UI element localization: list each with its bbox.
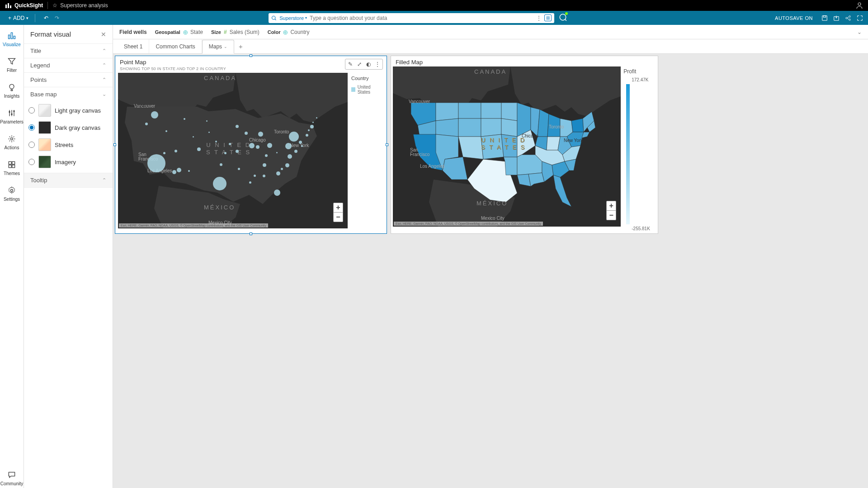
q-refresh-button[interactable] <box>559 13 567 23</box>
resize-handle-bottom[interactable] <box>250 232 252 235</box>
radio-imagery[interactable] <box>28 159 35 165</box>
legend-item[interactable]: United States <box>351 85 381 95</box>
point[interactable] <box>188 170 190 172</box>
zoom-out-button[interactable]: − <box>334 213 343 222</box>
rail-insights[interactable]: Insights <box>0 81 24 100</box>
point[interactable] <box>294 150 297 153</box>
tab-maps[interactable]: Maps⌄ <box>202 40 234 54</box>
point[interactable] <box>175 150 177 152</box>
menu-icon[interactable]: ⋮ <box>373 60 382 68</box>
point[interactable] <box>263 175 265 177</box>
point[interactable] <box>316 117 317 118</box>
dashboard-canvas[interactable]: ✎ ⤢ ◐ ⋮ Point Map SHOWING TOP 50 IN STAT… <box>113 54 868 488</box>
visual-filled-map[interactable]: Filled Map <box>391 56 658 234</box>
point-texas[interactable] <box>213 177 226 190</box>
section-tooltip[interactable]: Tooltip⌃ <box>24 173 113 187</box>
maximize-icon[interactable]: ⤢ <box>355 60 363 68</box>
point[interactable] <box>236 125 239 128</box>
resize-handle-right[interactable] <box>386 143 388 146</box>
field-geospatial[interactable]: Geospatial ◎ State <box>155 29 203 35</box>
app-logo[interactable]: QuickSight <box>5 2 43 9</box>
point[interactable] <box>276 152 278 153</box>
point[interactable] <box>224 152 226 154</box>
resize-handle-top[interactable] <box>250 54 252 57</box>
field-color[interactable]: Color ◎ Country <box>268 29 310 35</box>
section-legend[interactable]: Legend⌃ <box>24 58 113 72</box>
tab-common-charts[interactable]: Common Charts <box>149 39 202 53</box>
point[interactable] <box>236 150 239 153</box>
rail-community[interactable]: Community <box>0 469 24 488</box>
field-wells-bar[interactable]: Field wells Geospatial ◎ State Size # Sa… <box>113 25 868 39</box>
zoom-in-button[interactable]: + <box>334 203 343 213</box>
add-button[interactable]: + ADD ▾ <box>5 13 32 23</box>
point[interactable] <box>306 134 308 137</box>
rail-settings[interactable]: Settings <box>0 184 24 204</box>
point[interactable] <box>285 163 289 167</box>
point[interactable] <box>265 154 268 157</box>
tab-sheet1[interactable]: Sheet 1 <box>118 39 149 53</box>
point[interactable] <box>177 168 181 172</box>
dataset-pill[interactable]: Superstore▾ <box>279 15 307 21</box>
basemap-option-imagery[interactable]: Imagery <box>28 156 108 168</box>
section-basemap[interactable]: Base map⌄ <box>24 87 113 101</box>
point[interactable] <box>193 136 194 137</box>
radio-streets[interactable] <box>28 142 35 148</box>
point-california[interactable] <box>147 154 165 172</box>
redo-button[interactable]: ↷ <box>53 14 61 22</box>
point[interactable] <box>172 170 176 174</box>
basemap-option-light[interactable]: Light gray canvas <box>28 104 108 117</box>
radio-light[interactable] <box>28 107 35 114</box>
add-sheet-button[interactable]: + <box>234 43 247 50</box>
point[interactable] <box>256 145 259 149</box>
point[interactable] <box>310 125 314 128</box>
rail-actions[interactable]: Actions <box>0 133 24 152</box>
map-canvas[interactable]: CANADA U N I T E DS T A T E S MÉXICO Van… <box>118 73 348 228</box>
point[interactable] <box>312 122 314 123</box>
point-pennsylvania[interactable] <box>285 143 292 149</box>
resize-handle-left[interactable] <box>113 143 116 146</box>
rail-visualize[interactable]: Visualize <box>0 29 24 49</box>
point[interactable] <box>197 147 201 151</box>
undo-button[interactable]: ↶ <box>42 14 50 22</box>
point[interactable] <box>299 141 302 144</box>
point[interactable] <box>254 175 256 177</box>
point[interactable] <box>276 171 280 175</box>
point[interactable] <box>206 120 208 122</box>
edit-icon[interactable]: ✎ <box>346 60 354 68</box>
point[interactable] <box>263 163 266 167</box>
point[interactable] <box>281 168 283 170</box>
point-washington[interactable] <box>151 111 158 118</box>
radio-dark[interactable] <box>28 124 35 131</box>
point[interactable] <box>145 123 148 125</box>
basemap-option-streets[interactable]: Streets <box>28 138 108 151</box>
point[interactable] <box>163 152 165 154</box>
close-panel-button[interactable]: ✕ <box>101 31 106 38</box>
section-points[interactable]: Points⌃ <box>24 73 113 87</box>
rail-parameters[interactable]: Parameters <box>0 107 24 126</box>
point[interactable] <box>220 163 222 166</box>
save-icon[interactable] <box>821 14 828 22</box>
point-ohio[interactable] <box>267 143 272 148</box>
section-title[interactable]: Title⌃ <box>24 44 113 58</box>
focus-icon[interactable]: ◐ <box>364 60 373 68</box>
visual-point-map[interactable]: ✎ ⤢ ◐ ⋮ Point Map SHOWING TOP 50 IN STAT… <box>115 56 387 234</box>
point[interactable] <box>229 143 231 145</box>
point[interactable] <box>208 132 210 133</box>
point[interactable] <box>215 141 217 142</box>
pin-icon[interactable]: ⊞ <box>544 14 552 21</box>
point[interactable] <box>184 118 185 120</box>
point[interactable] <box>249 181 251 184</box>
zoom-in-button[interactable]: + <box>607 201 616 211</box>
rail-filter[interactable]: Filter <box>0 55 24 75</box>
point[interactable] <box>165 130 167 132</box>
expand-fieldwells-button[interactable]: ⌄ <box>857 29 862 35</box>
autosave-toggle[interactable]: AUTOSAVE ON <box>775 15 813 21</box>
zoom-out-button[interactable]: − <box>607 211 616 220</box>
point[interactable] <box>308 129 310 131</box>
fit-icon[interactable] <box>856 14 863 22</box>
export-icon[interactable] <box>833 14 840 22</box>
point-michigan[interactable] <box>258 132 263 137</box>
point-illinois[interactable] <box>249 143 255 148</box>
basemap-option-dark[interactable]: Dark gray canvas <box>28 121 108 134</box>
share-icon[interactable] <box>844 14 852 22</box>
